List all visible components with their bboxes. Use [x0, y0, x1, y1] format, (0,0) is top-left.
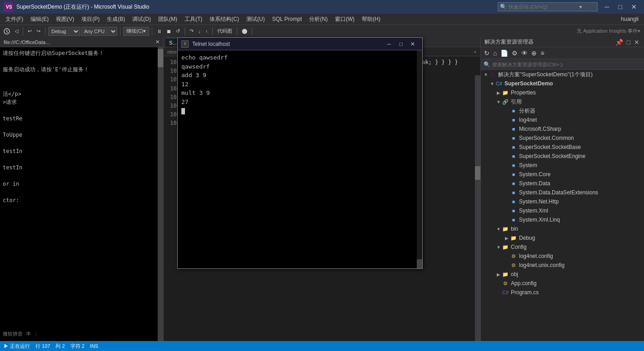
continue-button[interactable]: 继续(C)▾ [123, 27, 149, 36]
menu-team[interactable]: 团队(M) [155, 14, 181, 25]
telnet-window-controls: ─ □ ✕ [383, 39, 419, 49]
tree-ref-6[interactable]: ■ System [481, 161, 644, 170]
tree-properties[interactable]: ▶ 📁 Properties [481, 88, 644, 97]
menu-edit[interactable]: 编辑(E) [27, 14, 52, 25]
tree-app-config[interactable]: ⚙ App.config [481, 279, 644, 288]
tree-obj[interactable]: ▶ 📁 obj [481, 270, 644, 279]
tree-log4net-unix-config[interactable]: ⚙ log4net.unix.config [481, 261, 644, 270]
back-button[interactable] [2, 26, 12, 36]
editor-scrollbar-thumb[interactable] [475, 166, 480, 180]
home-icon[interactable]: ⌂ [492, 49, 498, 58]
menu-build[interactable]: 生成(B) [103, 14, 129, 25]
menu-debug[interactable]: 调试(D) [129, 14, 155, 25]
maximize-button[interactable]: □ [615, 2, 626, 11]
expand-button[interactable]: □ [626, 39, 631, 46]
preview-icon[interactable]: 👁 [520, 49, 529, 58]
solution-search-input[interactable] [492, 62, 641, 67]
step-out-button[interactable]: ↑ [204, 26, 210, 36]
pause-button[interactable]: ⏸ [155, 26, 164, 36]
refresh-icon[interactable]: ↻ [483, 49, 491, 58]
tree-ref-8[interactable]: ■ System.Data [481, 179, 644, 188]
status-running: ▶ 正在运行 [4, 343, 30, 350]
user-account[interactable]: huangli [617, 14, 642, 25]
restart-button[interactable]: ↺ [174, 26, 182, 36]
tree-bin-debug[interactable]: ▶ 📁 Debug [481, 233, 644, 242]
solution-search-bar[interactable]: 🔍 [481, 59, 644, 70]
debug-configuration-select[interactable]: Debug [48, 27, 80, 36]
tree-ref-5[interactable]: ■ SuperSocket.SocketEngine [481, 152, 644, 161]
close-panel-button[interactable]: ✕ [633, 39, 640, 46]
tree-config[interactable]: ▼ 📁 Config [481, 242, 644, 252]
telnet-content[interactable]: echo qawsedrf qawsedrf add 3 9 12 mult 3… [178, 50, 422, 268]
code-map-button[interactable]: 代码图 [215, 26, 234, 36]
tree-ref-2[interactable]: ■ Microsoft.CSharp [481, 124, 644, 133]
vs-logo-icon: VS [4, 2, 13, 11]
tree-ref-3[interactable]: ■ SuperSocket.Common [481, 133, 644, 143]
redo-button[interactable]: ↪ [35, 26, 42, 36]
window-controls: ─ □ ✕ [601, 2, 640, 11]
tree-ref-4[interactable]: ■ SuperSocket.SocketBase [481, 143, 644, 152]
solution-explorer-title: 解决方案资源管理器 [484, 38, 534, 46]
telnet-text: echo qawsedrf qawsedrf add 3 9 12 mult 3… [181, 53, 419, 115]
tree-ref-12[interactable]: ■ System.Xml.Linq [481, 215, 644, 224]
svg-text:VS: VS [6, 5, 12, 10]
menu-project[interactable]: 项目(P) [78, 14, 103, 25]
collapse-icon[interactable]: ≡ [539, 49, 545, 58]
undo-button[interactable]: ↩ [26, 26, 34, 36]
breakpoint-button[interactable]: ⬤ [240, 26, 249, 36]
tree-ref-1[interactable]: ■ log4net [481, 115, 644, 124]
show-all-files-icon[interactable]: 📄 [499, 49, 509, 58]
tree-bin[interactable]: ▼ 📁 bin [481, 224, 644, 233]
stop-button[interactable]: ⏹ [165, 26, 173, 36]
menu-window[interactable]: 窗口(W) [331, 14, 358, 25]
telnet-scrollbar-thumb[interactable] [417, 259, 422, 268]
console-tab-close[interactable]: ✕ [155, 39, 160, 45]
telnet-close-button[interactable]: ✕ [407, 39, 419, 49]
platform-select[interactable]: Any CPU [81, 27, 117, 36]
menu-file[interactable]: 文件(F) [2, 14, 27, 25]
solution-root[interactable]: ▼ ⬡ 解决方案"SuperSocketDemo"(1个项目) [481, 70, 644, 79]
telnet-scrollbar[interactable] [417, 50, 422, 268]
menu-architecture[interactable]: 体系结构(C) [206, 14, 243, 25]
solution-explorer-header: 解决方案资源管理器 📌 □ ✕ [481, 37, 644, 47]
tree-ref-11[interactable]: ■ System.Xml [481, 206, 644, 215]
status-col: 列 2 [55, 343, 65, 350]
main-content: file:///C:/OfficeData... ✕ 请按任何键进行启动Supe… [0, 37, 644, 341]
menu-view[interactable]: 视图(V) [52, 14, 78, 25]
status-char: 字符 2 [70, 343, 85, 350]
tree-ref-10[interactable]: ■ System.Net.Http [481, 197, 644, 206]
title-bar: VS SuperSocketDemo (正在运行) - Microsoft Vi… [0, 0, 644, 14]
tree-ref-7[interactable]: ■ System.Core [481, 170, 644, 179]
tree-ref-0[interactable]: ■ 分析器 [481, 106, 644, 115]
console-scrollbar-thumb[interactable] [158, 49, 163, 67]
tree-ref-9[interactable]: ■ System.Data.DataSetExtensions [481, 188, 644, 197]
console-scrollbar[interactable] [158, 47, 163, 341]
tree-log4net-config[interactable]: ⚙ log4net.config [481, 252, 644, 261]
console-tab-label[interactable]: file:///C:/OfficeData... [4, 40, 50, 45]
menu-tools[interactable]: 工具(T) [181, 14, 206, 25]
telnet-minimize-button[interactable]: ─ [383, 39, 395, 49]
quick-launch-search[interactable]: 🔍 ▼ [498, 2, 598, 11]
add-button[interactable]: + [474, 49, 477, 54]
menu-analyze[interactable]: 分析(N) [305, 14, 331, 25]
pin-button[interactable]: 📌 [614, 39, 624, 46]
project-root[interactable]: ▼ C# SuperSocketDemo [481, 79, 644, 88]
quick-launch-input[interactable] [509, 4, 577, 10]
no-insights-label[interactable]: 无 Application Insights 事件▾ [575, 26, 642, 36]
props-icon[interactable]: ⚙ [510, 49, 519, 58]
menu-help[interactable]: 帮助(H) [358, 14, 384, 25]
close-button[interactable]: ✕ [628, 2, 640, 11]
tree-references[interactable]: ▼ 🔗 引用 [481, 97, 644, 106]
solution-explorer-toolbar: ↻ ⌂ 📄 ⚙ 👁 ⊕ ≡ [481, 47, 644, 59]
settings-icon[interactable]: ⊕ [530, 49, 538, 58]
console-tab: file:///C:/OfficeData... ✕ [0, 37, 163, 47]
step-over-button[interactable]: ↷ [188, 26, 195, 36]
minimize-button[interactable]: ─ [601, 2, 613, 11]
editor-scrollbar[interactable] [475, 75, 480, 341]
menu-sqlprompt[interactable]: SQL Prompt [269, 14, 306, 25]
step-into-button[interactable]: ↓ [196, 26, 203, 36]
tree-program-cs[interactable]: C# Program.cs [481, 288, 644, 297]
forward-button[interactable]: ◁ [13, 26, 20, 36]
telnet-maximize-button[interactable]: □ [395, 39, 407, 49]
menu-test[interactable]: 测试(U) [243, 14, 269, 25]
